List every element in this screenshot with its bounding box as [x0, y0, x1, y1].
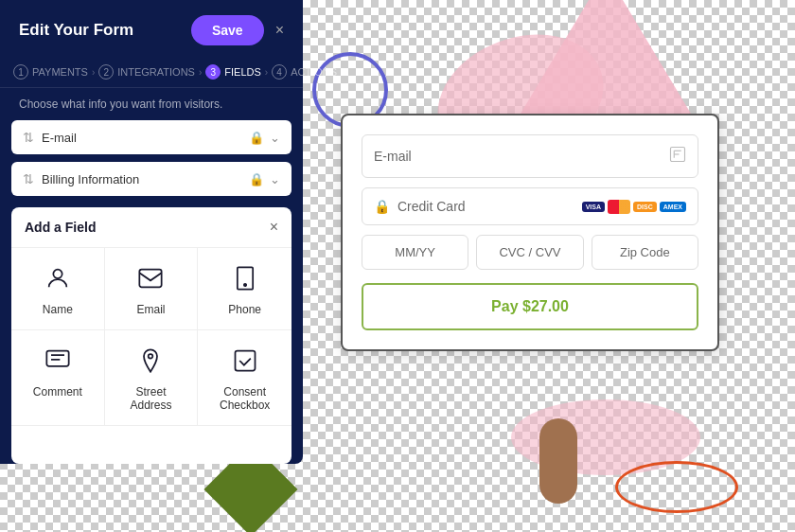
card-sub-fields: MM/YY CVC / CVV Zip Code — [362, 235, 698, 270]
add-field-email[interactable]: Email — [105, 248, 199, 330]
billing-field-row[interactable]: ⇅ Billing Information 🔒 ⌄ — [11, 162, 292, 196]
panel-header: Edit Your Form Save × — [0, 0, 303, 57]
sort-icon: ⇅ — [23, 130, 34, 145]
step-actions[interactable]: 4 ACTIONS — [272, 64, 337, 80]
close-panel-button[interactable]: × — [275, 22, 284, 39]
add-field-comment[interactable]: Comment — [11, 330, 105, 426]
sort-icon-billing: ⇅ — [23, 171, 34, 186]
add-field-close-button[interactable]: × — [270, 219, 278, 236]
location-icon — [137, 347, 164, 380]
mm-yy-field[interactable]: MM/YY — [362, 235, 468, 270]
card-brand-icons: VISA DISC AMEX — [582, 200, 686, 214]
step-num-4: 4 — [272, 64, 287, 80]
brown-shape — [539, 418, 577, 504]
orange-ellipse-outline — [615, 461, 738, 513]
visa-icon: VISA — [582, 202, 605, 212]
phone-icon — [232, 265, 258, 297]
step-integrations[interactable]: 2 INTEGRATIONS — [98, 64, 195, 80]
add-field-section: Add a Field × Name — [11, 207, 292, 464]
panel-title: Edit Your Form — [19, 21, 133, 40]
step-fields[interactable]: 3 FIELDS — [205, 64, 261, 80]
pay-button[interactable]: Pay $27.00 — [362, 283, 698, 330]
expand-icon-email: ⌄ — [270, 131, 280, 145]
svg-point-6 — [149, 354, 153, 359]
svg-point-2 — [243, 284, 245, 286]
email-field-icon — [669, 146, 686, 167]
left-panel: Edit Your Form Save × 1 PAYMENTS › 2 INT… — [0, 0, 303, 464]
add-field-name[interactable]: Name — [11, 248, 105, 330]
step-payments[interactable]: 1 PAYMENTS — [13, 64, 88, 80]
credit-card-lock-icon: 🔒 — [374, 199, 390, 214]
step-label-payments: PAYMENTS — [32, 66, 88, 78]
svg-rect-7 — [235, 351, 255, 371]
svg-rect-3 — [46, 351, 68, 366]
zip-field[interactable]: Zip Code — [592, 235, 698, 270]
amex-icon: AMEX — [660, 202, 686, 212]
preview-email-label: E-mail — [374, 149, 412, 164]
add-field-header: Add a Field × — [11, 207, 292, 248]
credit-card-label: Credit Card — [398, 199, 466, 214]
panel-subtitle: Choose what info you want from visitors. — [0, 88, 303, 116]
email-add-label: Email — [136, 303, 165, 316]
lock-icon-billing: 🔒 — [249, 172, 264, 186]
comment-field-label: Comment — [33, 385, 82, 399]
email-field-label: E-mail — [42, 131, 77, 145]
svg-point-0 — [53, 270, 62, 278]
svg-rect-1 — [140, 270, 162, 288]
comment-icon — [44, 347, 71, 380]
phone-field-label: Phone — [228, 303, 261, 316]
checkbox-icon — [232, 347, 258, 380]
expand-icon-billing: ⌄ — [270, 172, 280, 186]
steps-nav: 1 PAYMENTS › 2 INTEGRATIONS › 3 FIELDS ›… — [0, 57, 303, 88]
step-num-2: 2 — [98, 64, 114, 80]
step-label-integrations: INTEGRATIONS — [117, 66, 195, 78]
lock-icon-email: 🔒 — [249, 131, 264, 145]
add-field-title: Add a Field — [25, 220, 96, 235]
email-icon — [137, 265, 164, 297]
step-num-3: 3 — [205, 64, 221, 80]
add-field-address[interactable]: Street Address — [105, 330, 199, 426]
mastercard-icon — [608, 200, 630, 214]
preview-credit-card-row[interactable]: 🔒 Credit Card VISA DISC AMEX — [362, 187, 698, 225]
add-field-phone[interactable]: Phone — [198, 248, 292, 330]
step-num-1: 1 — [13, 64, 28, 80]
consent-field-label: Consent Checkbox — [207, 385, 282, 412]
form-preview: E-mail 🔒 Credit Card VISA DISC AMEX MM/Y… — [341, 114, 719, 351]
step-label-actions: ACTIONS — [291, 66, 337, 78]
address-field-label: Street Address — [115, 385, 188, 412]
discover-icon: DISC — [633, 202, 657, 212]
preview-email-field[interactable]: E-mail — [362, 134, 698, 178]
add-field-consent[interactable]: Consent Checkbox — [198, 330, 292, 426]
cvc-field[interactable]: CVC / CVV — [476, 235, 583, 270]
billing-field-label: Billing Information — [42, 172, 139, 186]
person-icon — [44, 265, 71, 297]
step-label-fields: FIELDS — [224, 66, 261, 78]
name-field-label: Name — [43, 303, 73, 316]
save-button[interactable]: Save — [191, 15, 264, 45]
email-field-row[interactable]: ⇅ E-mail 🔒 ⌄ — [11, 120, 292, 154]
field-grid: Name Email — [11, 248, 292, 426]
